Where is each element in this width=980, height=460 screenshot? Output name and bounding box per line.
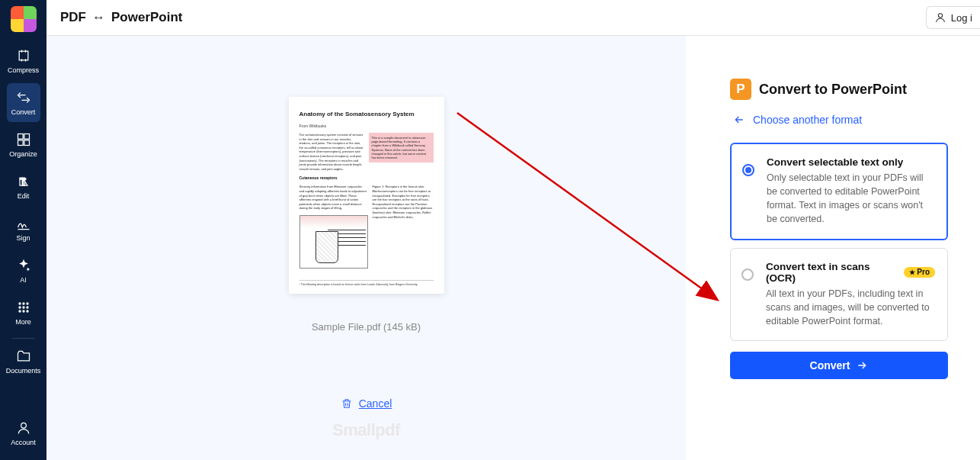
- option-ocr[interactable]: Convert text in scans (OCR) Pro All text…: [730, 248, 948, 341]
- pro-badge: Pro: [904, 267, 935, 278]
- svg-point-10: [22, 306, 24, 308]
- title-right: PowerPoint: [111, 10, 183, 25]
- cancel-button[interactable]: Cancel: [341, 397, 392, 410]
- sign-icon: [15, 215, 32, 232]
- svg-point-16: [938, 14, 942, 18]
- svg-point-13: [22, 310, 24, 312]
- option-desc: Only selectable text in your PDFs will b…: [767, 171, 934, 227]
- arrow-right-icon: [856, 359, 868, 372]
- organize-icon: [15, 131, 32, 148]
- sidebar-item-convert[interactable]: Convert: [7, 83, 40, 122]
- sidebar-item-label: Convert: [11, 108, 36, 116]
- ai-icon: [15, 257, 32, 274]
- option-desc: All text in your PDFs, including text in…: [766, 287, 935, 328]
- convert-button[interactable]: Convert: [730, 352, 948, 379]
- sidebar-item-label: AI: [20, 276, 27, 284]
- sidebar-item-label: Documents: [6, 367, 41, 375]
- account-icon: [15, 420, 32, 436]
- sidebar-item-organize[interactable]: Organize: [7, 125, 40, 164]
- sidebar-item-sign[interactable]: Sign: [7, 209, 40, 248]
- svg-rect-4: [24, 140, 29, 146]
- svg-point-6: [18, 302, 21, 304]
- sidebar-item-label: More: [15, 318, 31, 326]
- radio-unselected[interactable]: [741, 269, 754, 281]
- title-left: PDF: [60, 10, 86, 25]
- preview-diagram: [299, 215, 368, 269]
- header: PDF ↔ PowerPoint Log i: [46, 0, 980, 36]
- option-title: Convert text in scans (OCR) Pro: [766, 261, 935, 284]
- arrow-left-icon: [733, 114, 745, 126]
- sidebar-item-label: Account: [11, 439, 36, 446]
- sidebar-item-edit[interactable]: T Edit: [7, 167, 40, 206]
- svg-point-8: [26, 302, 28, 304]
- svg-point-11: [26, 306, 28, 308]
- choose-another-label: Choose another format: [753, 114, 862, 126]
- svg-rect-0: [19, 51, 28, 60]
- more-icon: [15, 299, 32, 316]
- sidebar-item-account[interactable]: Account: [7, 413, 40, 452]
- swap-icon: ↔: [92, 10, 105, 25]
- svg-text:T: T: [20, 176, 26, 188]
- svg-point-7: [22, 302, 24, 304]
- svg-point-15: [21, 423, 26, 428]
- svg-point-12: [18, 310, 21, 312]
- cancel-label: Cancel: [359, 397, 392, 410]
- svg-rect-2: [24, 134, 29, 140]
- page-title: PDF ↔ PowerPoint: [60, 10, 183, 25]
- options-panel: P Convert to PowerPoint Choose another f…: [686, 36, 980, 460]
- powerpoint-icon: P: [730, 79, 751, 100]
- sidebar: Compress Convert Organize T Edit Sign AI…: [0, 0, 46, 460]
- sidebar-item-more[interactable]: More: [7, 293, 40, 332]
- login-label: Log i: [951, 12, 972, 24]
- convert-icon: [15, 89, 32, 106]
- option-title: Convert selectable text only: [767, 156, 934, 168]
- convert-label: Convert: [810, 359, 850, 372]
- login-button[interactable]: Log i: [926, 6, 980, 29]
- sidebar-item-label: Edit: [18, 192, 30, 200]
- sidebar-item-documents[interactable]: Documents: [7, 342, 40, 381]
- svg-rect-3: [18, 140, 23, 146]
- sidebar-item-label: Organize: [9, 150, 37, 158]
- user-icon: [934, 11, 946, 24]
- compress-icon: [15, 47, 32, 64]
- documents-icon: [15, 348, 32, 365]
- main-area: Anatomy of the Somatosensory System From…: [46, 36, 686, 460]
- svg-point-14: [26, 310, 28, 312]
- svg-rect-1: [18, 134, 23, 140]
- panel-heading: Convert to PowerPoint: [759, 82, 907, 98]
- watermark: Smallpdf: [332, 420, 400, 440]
- app-logo[interactable]: [11, 6, 37, 32]
- edit-icon: T: [15, 173, 32, 190]
- sidebar-item-compress[interactable]: Compress: [7, 41, 40, 80]
- option-selectable-text[interactable]: Convert selectable text only Only select…: [730, 143, 948, 240]
- preview-title: Anatomy of the Somatosensory System: [299, 111, 434, 117]
- svg-point-9: [18, 306, 21, 308]
- sidebar-item-ai[interactable]: AI: [7, 251, 40, 290]
- sidebar-item-label: Sign: [16, 234, 30, 242]
- sidebar-item-label: Compress: [8, 66, 39, 74]
- sidebar-separator: [12, 338, 35, 339]
- choose-another-format[interactable]: Choose another format: [733, 114, 948, 126]
- trash-icon: [341, 397, 353, 410]
- file-preview: Anatomy of the Somatosensory System From…: [289, 97, 444, 294]
- radio-selected[interactable]: [742, 164, 754, 176]
- file-name: Sample File.pdf (145 kB): [312, 321, 421, 333]
